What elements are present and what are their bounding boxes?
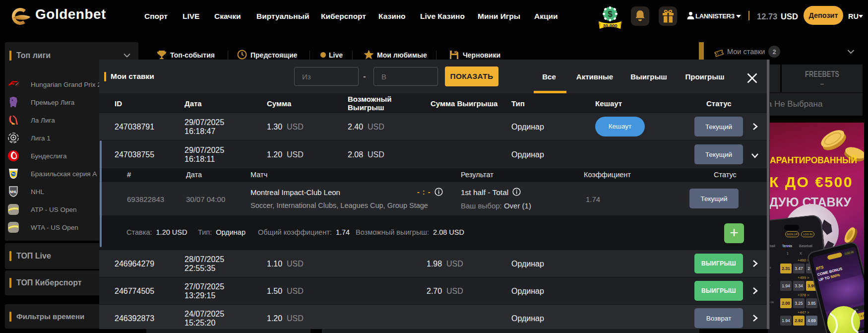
svg-text:$: $	[608, 9, 613, 19]
svg-text:30,000: 30,000	[603, 23, 617, 28]
svg-text:NHL: NHL	[10, 190, 17, 194]
